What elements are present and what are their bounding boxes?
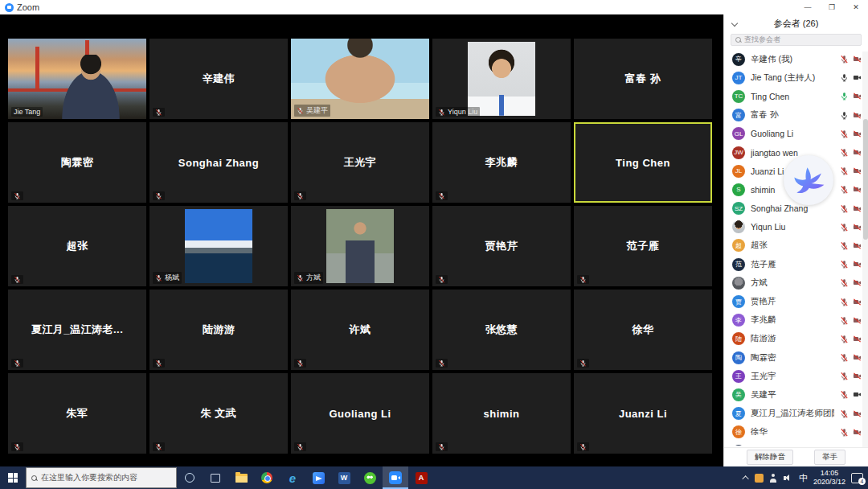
blue-app-button[interactable]	[305, 466, 331, 489]
video-tile[interactable]: 徐华	[574, 290, 712, 370]
video-tile[interactable]: Juanzi Li	[574, 373, 712, 454]
video-tile[interactable]: Guoliang Li	[291, 373, 429, 454]
video-tile[interactable]: Ting Chen	[574, 122, 712, 203]
close-button[interactable]: ✕	[844, 0, 868, 14]
unmute-button[interactable]: 解除静音	[747, 450, 793, 465]
participant-row[interactable]: JT Jie Tang (主持人)	[724, 68, 868, 87]
chevron-down-icon[interactable]	[731, 20, 738, 27]
participant-row[interactable]: 徐 徐华	[724, 423, 868, 442]
tile-corner-label: 杨斌	[165, 273, 179, 283]
video-tile[interactable]: 李兆麟	[432, 122, 571, 203]
participant-row[interactable]: 范 范子雁	[724, 255, 868, 273]
video-tile[interactable]: shimin	[432, 373, 571, 454]
zoom-taskbar-button[interactable]	[383, 466, 408, 489]
tile-corner	[153, 442, 165, 451]
internet-explorer-button[interactable]: e	[280, 466, 305, 489]
wechat-button[interactable]	[357, 466, 383, 489]
participant-row[interactable]: 贾 贾艳芹	[724, 292, 868, 310]
video-tile[interactable]: 吴建平	[291, 39, 429, 119]
tile-participant-name: 富春 孙	[574, 39, 712, 119]
participant-name: 夏江月_温江涛老师团队	[751, 408, 834, 419]
mic-status-icon	[840, 166, 849, 175]
participant-row[interactable]: 辛 辛建伟 (我)	[724, 50, 868, 68]
avatar: 辛	[732, 53, 745, 66]
participant-row[interactable]: 富 富春 孙	[724, 106, 868, 125]
word-button[interactable]	[331, 466, 357, 489]
participant-name: 贾艳芹	[751, 296, 834, 307]
participant-search-input[interactable]: 查找参会者	[731, 34, 862, 46]
acrobat-button[interactable]	[408, 466, 434, 489]
notification-center-icon[interactable]: 4	[851, 473, 863, 483]
raise-hand-button[interactable]: 举手	[814, 450, 845, 465]
participant-row[interactable]: 许 许斌	[724, 442, 868, 446]
zoom-icon	[389, 471, 402, 484]
camera-status-icon	[853, 185, 862, 194]
video-tile[interactable]: Jie Tang	[8, 39, 146, 119]
participant-name: 辛建伟 (我)	[751, 54, 834, 65]
muted-mic-icon	[297, 443, 304, 450]
video-tile[interactable]: 富春 孙	[574, 39, 712, 119]
participant-row[interactable]: 王 王光宇	[724, 367, 868, 385]
taskbar-clock[interactable]: 14:05 2020/3/12	[813, 469, 845, 487]
zoom-app-icon	[5, 3, 14, 12]
tile-participant-name: 张悠慧	[432, 290, 571, 370]
cortana-button[interactable]	[177, 466, 203, 489]
avatar: 陶	[732, 351, 745, 364]
mic-status-icon	[840, 390, 849, 399]
panel-scrollbar[interactable]	[862, 51, 868, 447]
participant-row[interactable]: 陶 陶霖密	[724, 348, 868, 367]
video-tile[interactable]: 陆游游	[149, 290, 288, 370]
participant-list: 辛 辛建伟 (我) JT Jie Tang (主持人)	[724, 48, 868, 446]
participant-row[interactable]: 方斌	[724, 273, 868, 292]
taskbar-search-input[interactable]: 在这里输入你要搜索的内容	[26, 467, 177, 488]
participant-row[interactable]: 超 超张	[724, 236, 868, 255]
minimize-button[interactable]: —	[796, 0, 820, 14]
video-tile[interactable]: 许斌	[291, 290, 429, 370]
start-button[interactable]	[0, 466, 26, 489]
mic-status-icon	[840, 111, 849, 120]
bird-icon	[790, 162, 827, 199]
volume-icon[interactable]	[784, 474, 793, 483]
video-tile[interactable]: 王光宇	[291, 122, 429, 203]
tile-corner	[11, 275, 23, 284]
participant-row[interactable]: 李 李兆麟	[724, 311, 868, 330]
tray-app-icon[interactable]	[755, 474, 764, 483]
file-explorer-button[interactable]	[228, 466, 254, 489]
camera-status-icon	[853, 298, 862, 306]
maximize-button[interactable]: ❐	[820, 0, 844, 14]
tray-expand-icon[interactable]	[742, 475, 748, 482]
scrollbar-thumb[interactable]	[863, 119, 868, 240]
video-tile[interactable]: 贾艳芹	[432, 206, 571, 286]
tray-person-icon[interactable]	[769, 474, 778, 483]
tile-corner-label: Jie Tang	[14, 108, 40, 116]
participant-row[interactable]: 夏 夏江月_温江涛老师团队	[724, 405, 868, 423]
video-tile[interactable]: Yiqun Liu	[432, 39, 571, 119]
avatar	[732, 277, 745, 290]
video-tile[interactable]: 张悠慧	[432, 290, 571, 370]
video-tile[interactable]: 朱军	[8, 373, 146, 454]
participant-row[interactable]: Yiqun Liu	[724, 218, 868, 236]
video-tile[interactable]: 朱 文武	[149, 373, 288, 454]
tile-corner	[153, 191, 165, 200]
participant-row[interactable]: GL Guoliang Li	[724, 125, 868, 143]
hummingbird-app-icon[interactable]	[784, 155, 833, 205]
camera-status-icon	[853, 166, 862, 175]
camera-status-icon	[853, 73, 862, 82]
video-tile[interactable]: Songhai Zhang	[149, 122, 288, 203]
task-view-button[interactable]	[203, 466, 228, 489]
ime-indicator[interactable]: 中	[799, 472, 808, 484]
participant-row[interactable]: TC Ting Chen	[724, 87, 868, 105]
participant-row[interactable]: 陆 陆游游	[724, 330, 868, 348]
video-tile[interactable]: 杨斌	[149, 206, 288, 286]
video-tile[interactable]: 方斌	[291, 206, 429, 286]
video-tile[interactable]: 辛建伟	[149, 39, 288, 119]
participant-name: jiangtao wen	[751, 148, 834, 158]
video-tile[interactable]: 范子雁	[574, 206, 712, 286]
mic-status-icon	[840, 260, 849, 269]
tile-participant-name: shimin	[432, 373, 571, 454]
participant-row[interactable]: 吴 吴建平	[724, 385, 868, 404]
video-tile[interactable]: 超张	[8, 206, 146, 286]
video-tile[interactable]: 陶霖密	[8, 122, 146, 203]
chrome-button[interactable]	[254, 466, 280, 489]
video-tile[interactable]: 夏江月_温江涛老...	[8, 290, 146, 370]
